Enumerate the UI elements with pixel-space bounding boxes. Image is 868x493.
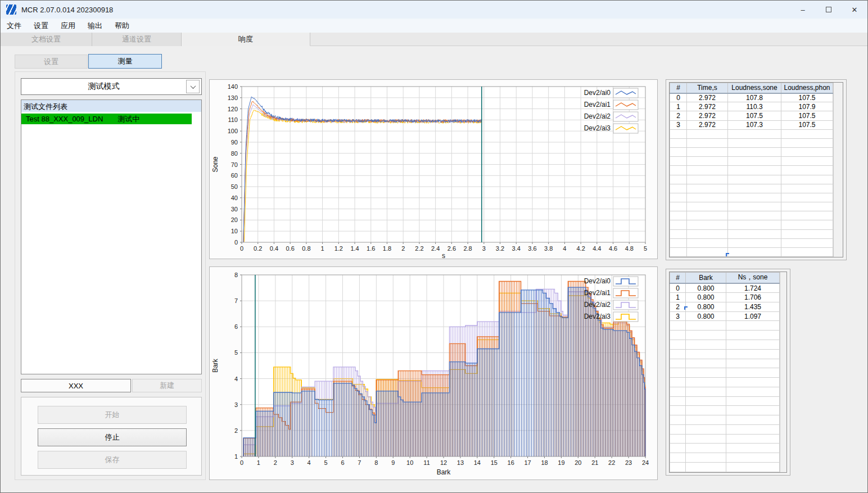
table-row[interactable]	[670, 406, 780, 415]
svg-text:0.4: 0.4	[270, 245, 278, 252]
table-row[interactable]: 30.8001.097	[670, 311, 780, 321]
menu-settings[interactable]: 设置	[28, 19, 55, 33]
table-row[interactable]: 22.972107.5107.5	[670, 111, 833, 120]
table-row[interactable]	[670, 229, 833, 238]
menu-apply[interactable]: 应用	[55, 19, 82, 33]
svg-text:1: 1	[234, 453, 238, 460]
settings-button[interactable]: 设置	[15, 55, 88, 69]
svg-text:70: 70	[231, 161, 238, 168]
menu-help[interactable]: 帮助	[108, 19, 135, 33]
svg-text:20: 20	[231, 216, 238, 223]
table-row[interactable]	[670, 193, 833, 202]
svg-text:1: 1	[321, 245, 324, 252]
table-row[interactable]: 02.972107.8107.5	[670, 93, 833, 102]
table-row[interactable]: 12.972110.3107.9	[670, 102, 833, 111]
column-header[interactable]: Loudness,phon	[781, 83, 833, 93]
maximize-button[interactable]	[816, 1, 842, 19]
title-bar: MCR 2.07.0.014 202300918 – ✕	[1, 1, 867, 19]
table-row[interactable]	[670, 340, 780, 349]
table-row[interactable]	[670, 220, 833, 229]
table-row[interactable]	[670, 331, 780, 340]
bark-spectrum-chart[interactable]: 0123456789101112131415161718192021222324…	[209, 266, 658, 480]
table-row[interactable]	[670, 415, 780, 425]
table-row[interactable]	[670, 359, 780, 368]
dropdown-button[interactable]	[186, 80, 200, 93]
column-header[interactable]: Bark	[686, 273, 726, 283]
menu-file[interactable]: 文件	[1, 19, 28, 33]
column-header[interactable]: #	[670, 273, 686, 283]
svg-text:23: 23	[625, 459, 632, 466]
table-row[interactable]	[670, 211, 833, 220]
table-row[interactable]	[670, 378, 780, 387]
svg-text:2.2: 2.2	[415, 245, 423, 252]
table-row[interactable]	[670, 175, 833, 184]
table-row[interactable]	[670, 434, 780, 444]
table-row[interactable]	[670, 349, 780, 359]
tab-document-settings[interactable]: 文档设置	[1, 33, 92, 46]
svg-text:3.2: 3.2	[496, 245, 504, 252]
svg-text:1.2: 1.2	[334, 245, 343, 252]
column-header[interactable]: #	[670, 83, 687, 93]
table-row[interactable]	[670, 453, 780, 463]
control-groupbox: 开始 停止 保存	[21, 397, 202, 476]
stop-button[interactable]: 停止	[38, 428, 187, 446]
svg-text:0.6: 0.6	[286, 245, 295, 252]
table-row[interactable]	[670, 166, 833, 175]
svg-text:16: 16	[508, 459, 514, 466]
bark-table-scroll-strip[interactable]	[780, 272, 786, 472]
table-row[interactable]: 00.8001.724	[670, 283, 780, 293]
svg-text:4: 4	[308, 459, 311, 466]
svg-text:50: 50	[231, 183, 238, 190]
table-row[interactable]	[670, 157, 833, 166]
table-row[interactable]	[670, 184, 833, 193]
svg-text:Dev2/ai1: Dev2/ai1	[584, 289, 611, 297]
table-row[interactable]	[670, 238, 833, 247]
table-row[interactable]	[670, 396, 780, 406]
loudness-table-scroll-strip[interactable]	[833, 83, 843, 257]
svg-text:140: 140	[228, 83, 238, 90]
table-row[interactable]	[670, 424, 780, 434]
table-row[interactable]: 32.972107.3107.5	[670, 120, 833, 129]
svg-text:40: 40	[231, 195, 238, 201]
table-row[interactable]	[670, 148, 833, 157]
bark-table[interactable]: #BarkNs，sone00.8001.72410.8001.70620.800…	[670, 272, 780, 472]
loudness-time-chart[interactable]: 00.20.40.60.811.21.41.61.822.22.42.62.83…	[209, 79, 658, 259]
svg-text:5: 5	[234, 349, 238, 356]
column-header[interactable]: Loudness,sone	[728, 83, 781, 93]
column-header[interactable]: Time,s	[687, 83, 728, 93]
close-button[interactable]: ✕	[842, 1, 867, 19]
column-header[interactable]: Ns，sone	[726, 273, 780, 283]
table-row[interactable]	[670, 387, 780, 396]
svg-text:Dev2/ai2: Dev2/ai2	[584, 112, 611, 120]
table-row[interactable]	[670, 444, 780, 453]
svg-text:6: 6	[234, 323, 238, 330]
table-row[interactable]	[670, 138, 833, 147]
svg-text:Dev2/ai3: Dev2/ai3	[584, 313, 611, 320]
new-button[interactable]: 新建	[132, 379, 202, 392]
svg-text:1: 1	[257, 459, 260, 466]
menu-output[interactable]: 输出	[82, 19, 108, 33]
xxx-button[interactable]: XXX	[21, 379, 131, 392]
measure-button[interactable]: 测量	[88, 54, 162, 69]
list-item-test-file[interactable]: Test 88_XXX_009_LDN 测试中	[21, 114, 192, 124]
minimize-button[interactable]: –	[790, 1, 816, 19]
table-row[interactable]	[670, 129, 833, 138]
save-button[interactable]: 保存	[38, 451, 187, 469]
svg-text:2: 2	[234, 427, 238, 434]
table-row[interactable]	[670, 202, 833, 211]
svg-text:90: 90	[231, 139, 238, 146]
table-row[interactable]	[670, 462, 780, 472]
tab-loudness[interactable]: 响度	[182, 33, 310, 46]
test-mode-select[interactable]: 测试模式	[21, 78, 202, 95]
table-row[interactable]	[670, 247, 833, 256]
svg-text:8: 8	[374, 459, 378, 466]
test-file-listbox[interactable]: 测试文件列表 Test 88_XXX_009_LDN 测试中	[21, 99, 202, 374]
start-button[interactable]: 开始	[38, 406, 187, 424]
tab-channel-settings[interactable]: 通道设置	[92, 33, 182, 46]
table-row[interactable]	[670, 321, 780, 331]
table-row[interactable]: 10.8001.706	[670, 293, 780, 302]
svg-text:0.8: 0.8	[302, 245, 310, 252]
loudness-table[interactable]: #Time,sLoudness,soneLoudness,phon02.9721…	[670, 83, 833, 257]
table-row[interactable]	[670, 368, 780, 378]
tab-strip: 文档设置 通道设置 响度	[1, 33, 867, 46]
